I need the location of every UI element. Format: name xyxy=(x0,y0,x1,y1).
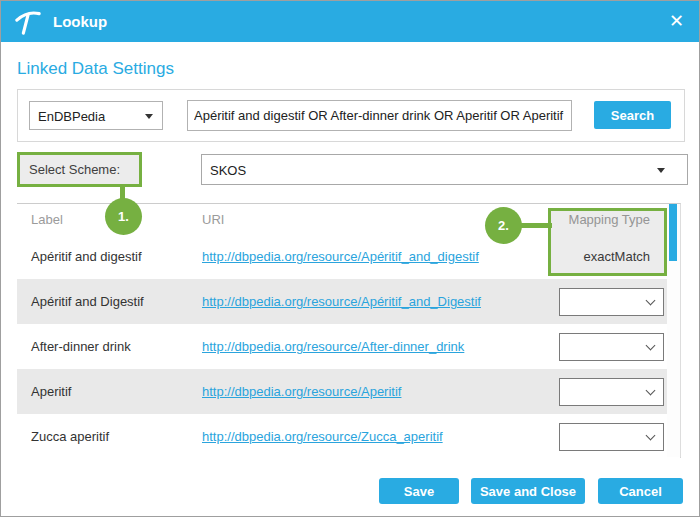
select-scheme-label: Select Scheme: xyxy=(17,152,142,187)
row-label: Apéritif and Digestif xyxy=(17,294,202,309)
dialog-title: Lookup xyxy=(53,13,107,30)
row-uri-link[interactable]: http://dbpedia.org/resource/Apéritif_and… xyxy=(202,294,481,309)
scheme-select-value: SKOS xyxy=(210,163,246,178)
save-and-close-button[interactable]: Save and Close xyxy=(471,478,585,504)
chevron-down-icon xyxy=(657,168,665,173)
mapping-type-select[interactable] xyxy=(559,333,664,361)
results-table: Label URI Mapping Type Apéritif and dige… xyxy=(17,203,681,458)
chevron-down-icon xyxy=(646,385,656,395)
scheme-select[interactable]: SKOS xyxy=(201,154,688,185)
table-row: Zucca aperitif http://dbpedia.org/resour… xyxy=(17,414,680,459)
table-scrollbar[interactable] xyxy=(669,204,677,261)
table-scrollbar-track xyxy=(667,204,680,457)
row-label: Apéritif and digestif xyxy=(17,249,202,264)
mapping-type-select[interactable] xyxy=(559,423,664,451)
column-header-uri: URI xyxy=(202,212,533,227)
row-uri-link[interactable]: http://dbpedia.org/resource/Zucca_aperit… xyxy=(202,429,443,444)
column-header-mapping-type: Mapping Type xyxy=(533,212,680,227)
source-select-value: EnDBPedia xyxy=(38,109,105,124)
chevron-down-icon xyxy=(145,114,153,119)
table-row: Apéritif and Digestif http://dbpedia.org… xyxy=(17,279,680,324)
row-label: Aperitif xyxy=(17,384,202,399)
row-label: Zucca aperitif xyxy=(17,429,202,444)
row-uri-link[interactable]: http://dbpedia.org/resource/Aperitif xyxy=(202,384,401,399)
search-query-input[interactable] xyxy=(187,100,572,131)
table-row: After-dinner drink http://dbpedia.org/re… xyxy=(17,324,680,369)
chevron-down-icon xyxy=(646,295,656,305)
search-button[interactable]: Search xyxy=(594,101,671,129)
search-panel: EnDBPedia Search xyxy=(17,89,685,142)
dialog-header: Lookup ✕ xyxy=(1,1,699,42)
mapping-type-value: exactMatch xyxy=(584,249,650,264)
cancel-button[interactable]: Cancel xyxy=(598,478,683,504)
row-uri-link[interactable]: http://dbpedia.org/resource/Apéritif_and… xyxy=(202,249,479,264)
row-label: After-dinner drink xyxy=(17,339,202,354)
section-title: Linked Data Settings xyxy=(17,59,174,79)
select-scheme-label-text: Select Scheme: xyxy=(29,162,120,177)
annotation-step-2: 2. xyxy=(485,207,522,244)
source-select[interactable]: EnDBPedia xyxy=(29,101,163,130)
row-uri-link[interactable]: http://dbpedia.org/resource/After-dinner… xyxy=(202,339,464,354)
close-icon[interactable]: ✕ xyxy=(669,10,684,32)
table-row: Apéritif and digestif http://dbpedia.org… xyxy=(17,234,680,279)
app-logo-icon xyxy=(15,9,41,35)
mapping-type-select[interactable] xyxy=(559,378,664,406)
save-button[interactable]: Save xyxy=(379,478,459,504)
chevron-down-icon xyxy=(646,340,656,350)
annotation-step-1: 1. xyxy=(105,198,142,235)
chevron-down-icon xyxy=(646,430,656,440)
lookup-dialog: Lookup ✕ Linked Data Settings EnDBPedia … xyxy=(0,0,700,517)
table-row: Aperitif http://dbpedia.org/resource/Ape… xyxy=(17,369,680,414)
mapping-type-select[interactable] xyxy=(559,288,664,316)
